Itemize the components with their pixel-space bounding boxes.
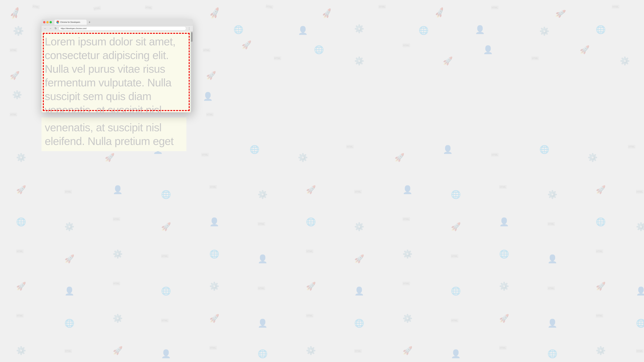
scrollbar-thumb[interactable] (191, 32, 192, 42)
new-tab-button[interactable]: + (87, 20, 92, 24)
tab-title: Chrome for Developers (60, 21, 80, 23)
traffic-lights (43, 21, 52, 23)
browser-menu-button[interactable]: ⋮ (187, 26, 191, 30)
back-button[interactable]: ← (43, 26, 47, 30)
lorem-content: Lorem ipsum dolor sit amet, consectetur … (45, 35, 176, 112)
browser-tab[interactable]: Chrome for Developers (54, 20, 86, 25)
lorem-ipsum-text: Lorem ipsum dolor sit amet, consectetur … (42, 31, 193, 112)
address-bar[interactable]: https://developer.chrome.com/ (58, 26, 186, 30)
browser-viewport: Lorem ipsum dolor sit amet, consectetur … (42, 31, 193, 112)
forward-button[interactable]: → (48, 26, 52, 30)
url-text: https://developer.chrome.com/ (61, 27, 86, 29)
svg-point-0 (57, 22, 58, 23)
tab-area: Chrome for Developers + (54, 20, 191, 25)
nav-bar: ← → ↻ https://developer.chrome.com/ ⋮ (42, 25, 193, 31)
below-fold-text: venenatis, at suscipit nisl eleifend. Nu… (42, 117, 186, 151)
below-fold-content: venenatis, at suscipit nisl eleifend. Nu… (45, 121, 174, 147)
refresh-icon: ↻ (54, 27, 57, 30)
close-button[interactable] (43, 21, 46, 23)
chrome-favicon (56, 21, 59, 24)
scrollbar-track[interactable] (190, 31, 193, 112)
browser-window: Chrome for Developers + ← → ↻ https://de… (42, 19, 193, 112)
title-bar: Chrome for Developers + (42, 19, 193, 25)
refresh-button[interactable]: ↻ (54, 26, 58, 30)
back-icon: ← (44, 27, 46, 30)
minimize-button[interactable] (46, 21, 48, 23)
forward-icon: → (49, 27, 52, 30)
maximize-button[interactable] (50, 21, 52, 23)
